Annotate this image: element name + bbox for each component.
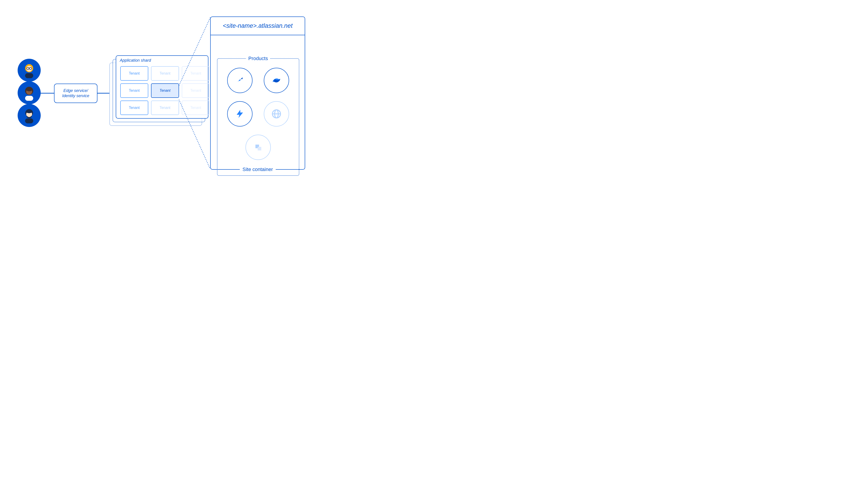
atlas-icon <box>264 101 289 127</box>
compass-icon <box>246 135 271 160</box>
tenant-cell: Tenant <box>151 101 179 115</box>
tenant-cell: Tenant <box>151 66 179 80</box>
tenant-cell-highlighted: Tenant <box>151 84 179 98</box>
product-grid <box>217 68 299 160</box>
site-url: <site-name>.atlassian.net <box>211 17 305 35</box>
confluence-icon <box>264 68 289 93</box>
site-container-box: <site-name>.atlassian.net Products <box>210 17 305 170</box>
jira-service-management-icon <box>227 101 252 127</box>
svg-rect-7 <box>25 96 33 101</box>
tenant-cell: Tenant <box>182 84 210 98</box>
tenant-cell: Tenant <box>182 66 210 80</box>
svg-point-13 <box>26 110 32 113</box>
tenant-cell: Tenant <box>120 66 148 80</box>
jira-software-icon <box>227 68 252 93</box>
svg-point-9 <box>26 88 32 91</box>
svg-rect-1 <box>25 73 33 78</box>
user-avatars-group <box>18 59 41 127</box>
avatar-user-2 <box>18 81 41 104</box>
products-label: Products <box>246 56 270 61</box>
avatar-user-1 <box>18 59 41 82</box>
application-shard-stack: Application shard Tenant Tenant Tenant T… <box>110 55 209 125</box>
edge-service-label: Edge service/ Identity service <box>62 88 89 99</box>
shard-title: Application shard <box>120 58 151 63</box>
connector-avatars-to-edge <box>41 93 54 94</box>
svg-rect-11 <box>25 119 33 123</box>
tenant-cell: Tenant <box>182 101 210 115</box>
tenant-cell: Tenant <box>120 101 148 115</box>
tenant-cell: Tenant <box>120 84 148 98</box>
products-box: Products <box>217 58 299 176</box>
avatar-user-3 <box>18 104 41 127</box>
edge-service-box: Edge service/ Identity service <box>54 84 97 103</box>
site-container-label: Site container <box>240 166 276 172</box>
shard-card-front: Application shard Tenant Tenant Tenant T… <box>116 55 209 119</box>
svg-rect-20 <box>258 147 261 151</box>
tenant-grid: Tenant Tenant Tenant Tenant Tenant Tenan… <box>120 66 210 115</box>
connector-edge-to-shard <box>97 93 110 94</box>
